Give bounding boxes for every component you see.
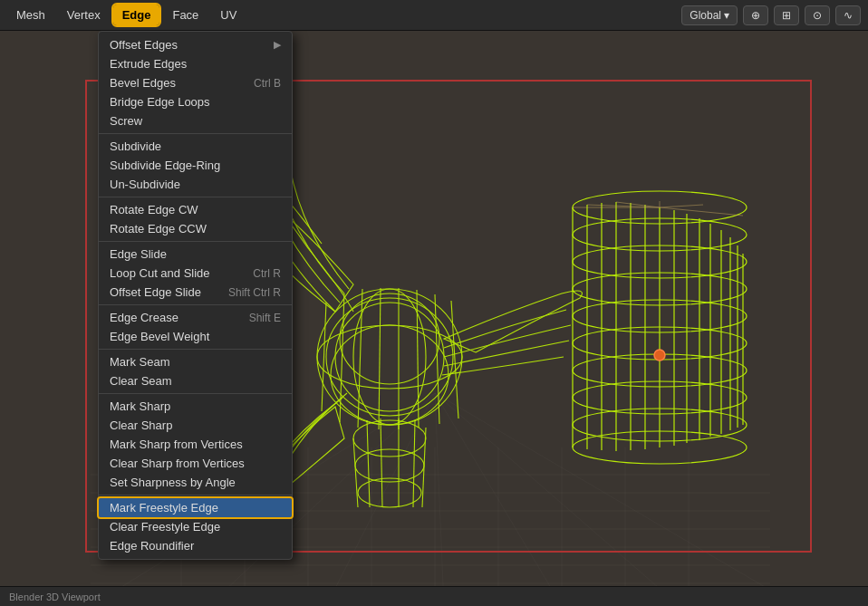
clear-sharp-from-vertices-label: Clear Sharp from Vertices	[110, 457, 245, 470]
proportional-editing[interactable]: ⊙	[805, 5, 830, 25]
loop-cut-shortcut: Ctrl R	[253, 267, 281, 280]
global-dropdown[interactable]: Global ▾	[681, 5, 738, 25]
offset-edges-arrow: ▶	[274, 39, 281, 51]
edge-crease-label: Edge Crease	[110, 311, 178, 324]
clear-sharp-label: Clear Sharp	[110, 418, 172, 432]
offset-edge-slide-shortcut: Shift Ctrl R	[228, 286, 281, 299]
edge-slide-item[interactable]: Edge Slide	[99, 245, 292, 264]
mark-seam-item[interactable]: Mark Seam	[99, 352, 292, 371]
bridge-edge-loops-item[interactable]: Bridge Edge Loops	[99, 92, 292, 111]
bridge-edge-loops-label: Bridge Edge Loops	[110, 95, 210, 109]
subdivide-edge-ring-label: Subdivide Edge-Ring	[110, 159, 220, 172]
clear-freestyle-edge-label: Clear Freestyle Edge	[110, 520, 220, 534]
menu-item-vertex[interactable]: Vertex	[58, 5, 110, 25]
edge-dropdown-menu: Offset Edges ▶ Extrude Edges Bevel Edges…	[98, 31, 293, 560]
bevel-edges-label: Bevel Edges	[110, 76, 176, 90]
transform-orientations[interactable]: ⊕	[743, 5, 768, 25]
viewport[interactable]: Offset Edges ▶ Extrude Edges Bevel Edges…	[0, 31, 868, 606]
offset-edges-item[interactable]: Offset Edges ▶	[99, 35, 292, 54]
subdivide-item[interactable]: Subdivide	[99, 137, 292, 156]
bevel-edges-shortcut: Ctrl B	[254, 77, 281, 90]
clear-sharp-from-vertices-item[interactable]: Clear Sharp from Vertices	[99, 454, 292, 473]
mark-freestyle-edge-label: Mark Freestyle Edge	[110, 501, 218, 515]
status-bar: Blender 3D Viewport	[0, 586, 868, 606]
menu-bar: Mesh Vertex Edge Face UV Global ▾ ⊕ ⊞ ⊙ …	[0, 0, 868, 31]
offset-edge-slide-item[interactable]: Offset Edge Slide Shift Ctrl R	[99, 283, 292, 302]
status-text: Blender 3D Viewport	[9, 592, 101, 602]
rotate-edge-cw-label: Rotate Edge CW	[110, 203, 198, 216]
loop-cut-and-slide-item[interactable]: Loop Cut and Slide Ctrl R	[99, 264, 292, 283]
loop-cut-and-slide-label: Loop Cut and Slide	[110, 266, 210, 280]
separator-5	[99, 349, 292, 350]
snap-icon: ⊞	[782, 9, 791, 22]
edge-slide-label: Edge Slide	[110, 247, 167, 261]
snap-settings[interactable]: ⊞	[774, 5, 799, 25]
extra-settings[interactable]: ∿	[835, 5, 861, 25]
menu-item-uv[interactable]: UV	[211, 5, 246, 25]
screw-label: Screw	[110, 114, 142, 128]
mark-freestyle-edge-item[interactable]: Mark Freestyle Edge	[99, 498, 292, 517]
mark-seam-label: Mark Seam	[110, 355, 169, 369]
edge-crease-shortcut: Shift E	[249, 312, 281, 324]
offset-edge-slide-label: Offset Edge Slide	[110, 285, 201, 299]
edge-roundifier-item[interactable]: Edge Roundifier	[99, 536, 292, 555]
offset-edges-label: Offset Edges	[110, 38, 178, 52]
clear-seam-item[interactable]: Clear Seam	[99, 371, 292, 390]
clear-seam-label: Clear Seam	[110, 374, 172, 388]
separator-2	[99, 197, 292, 197]
mark-sharp-from-vertices-label: Mark Sharp from Vertices	[110, 438, 243, 451]
menu-item-edge[interactable]: Edge	[113, 5, 160, 25]
svg-point-80	[654, 350, 665, 361]
extrude-edges-label: Extrude Edges	[110, 57, 187, 71]
separator-3	[99, 241, 292, 242]
edge-bevel-weight-item[interactable]: Edge Bevel Weight	[99, 327, 292, 346]
edge-crease-item[interactable]: Edge Crease Shift E	[99, 308, 292, 327]
edge-roundifier-label: Edge Roundifier	[110, 539, 194, 553]
bevel-edges-item[interactable]: Bevel Edges Ctrl B	[99, 73, 292, 92]
global-label: Global	[690, 9, 721, 22]
subdivide-edge-ring-item[interactable]: Subdivide Edge-Ring	[99, 156, 292, 175]
edge-bevel-weight-label: Edge Bevel Weight	[110, 330, 209, 343]
chevron-down-icon: ▾	[724, 9, 729, 22]
subdivide-label: Subdivide	[110, 139, 161, 153]
clear-sharp-item[interactable]: Clear Sharp	[99, 416, 292, 435]
separator-1	[99, 133, 292, 134]
menu-item-mesh[interactable]: Mesh	[7, 5, 54, 25]
transform-icon: ⊕	[751, 9, 760, 22]
mark-sharp-item[interactable]: Mark Sharp	[99, 397, 292, 416]
clear-freestyle-edge-item[interactable]: Clear Freestyle Edge	[99, 517, 292, 536]
un-subdivide-item[interactable]: Un-Subdivide	[99, 175, 292, 194]
separator-6	[99, 393, 292, 394]
separator-4	[99, 304, 292, 305]
set-sharpness-by-angle-label: Set Sharpness by Angle	[110, 476, 236, 489]
rotate-edge-cw-item[interactable]: Rotate Edge CW	[99, 200, 292, 219]
mark-sharp-from-vertices-item[interactable]: Mark Sharp from Vertices	[99, 435, 292, 454]
wave-icon: ∿	[844, 9, 853, 22]
extrude-edges-item[interactable]: Extrude Edges	[99, 54, 292, 73]
rotate-edge-ccw-item[interactable]: Rotate Edge CCW	[99, 219, 292, 238]
toolbar-right: Global ▾ ⊕ ⊞ ⊙ ∿	[681, 5, 861, 25]
menu-item-face[interactable]: Face	[163, 5, 207, 25]
separator-7	[99, 495, 292, 495]
rotate-edge-ccw-label: Rotate Edge CCW	[110, 222, 207, 236]
set-sharpness-by-angle-item[interactable]: Set Sharpness by Angle	[99, 473, 292, 492]
proportional-icon: ⊙	[813, 9, 822, 22]
mark-sharp-label: Mark Sharp	[110, 399, 170, 413]
un-subdivide-label: Un-Subdivide	[110, 178, 180, 191]
screw-item[interactable]: Screw	[99, 111, 292, 130]
